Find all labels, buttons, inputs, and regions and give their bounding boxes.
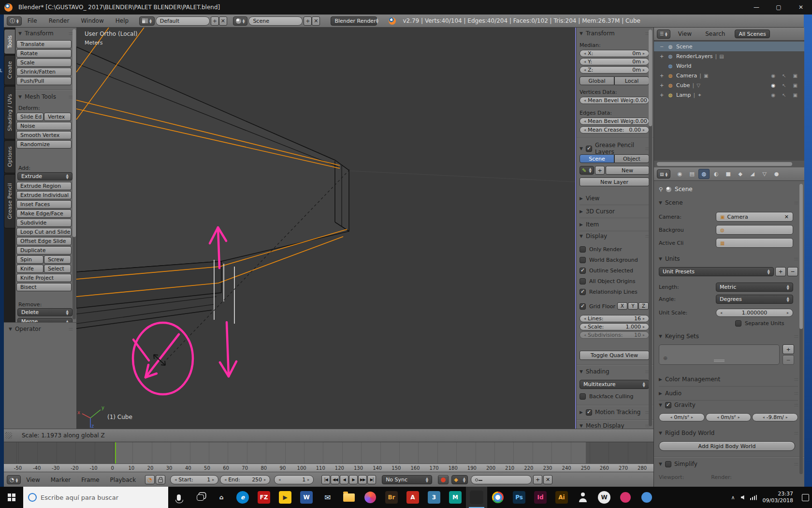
outliner-editor-selector[interactable]: ☰▲▼ (657, 30, 670, 39)
properties-tab-icon[interactable]: ■ (723, 169, 734, 179)
transport-button[interactable]: ◀ (340, 475, 348, 484)
tray-expand-icon[interactable]: ∧ (731, 494, 735, 501)
header-menu-item[interactable]: Help (110, 17, 134, 24)
tool-button[interactable]: Spin (16, 255, 44, 264)
collapsed-section-header[interactable]: ▶Item (580, 218, 649, 231)
network-icon[interactable] (750, 495, 757, 500)
n-panel-scrollbar[interactable] (649, 30, 652, 426)
taskbar-app-icon[interactable]: M (445, 487, 466, 508)
id-field[interactable]: ◍ (716, 225, 793, 235)
gp-new-button[interactable]: New (606, 166, 649, 175)
transport-button[interactable]: ◀◀ (331, 475, 339, 484)
sync-mode-selector[interactable]: No Sync▲▼ (382, 475, 432, 484)
gp-add-button[interactable]: + (595, 166, 605, 175)
taskbar-app-icon[interactable]: Ps (508, 487, 530, 508)
timeline-editor-selector[interactable]: ◔▲▼ (7, 475, 21, 484)
panel-header-scene[interactable]: ▼Scene:::: (659, 199, 798, 206)
orientation-button[interactable]: Local (614, 76, 649, 85)
display-checkbox-row[interactable]: World Background (580, 257, 649, 263)
gp-new-layer-button[interactable]: New Layer (580, 178, 649, 186)
panel-header-grease-pencil[interactable]: ▼ Grease Pencil Layers:::: (580, 142, 649, 155)
taskbar-app-icon[interactable] (466, 487, 487, 508)
edge-data-field[interactable]: ◂Mean Crease:0.00▸ (580, 126, 649, 134)
end-frame-field[interactable]: ◂End: 250▸ (220, 475, 270, 484)
display-checkbox-row[interactable]: Only Render (580, 246, 649, 253)
timeline-frames-area[interactable] (4, 442, 653, 463)
expand-toggle[interactable]: + (660, 54, 667, 59)
tool-button[interactable]: Vertex (44, 113, 71, 121)
unit-presets-selector[interactable]: Unit Presets▲▼ (659, 267, 774, 276)
gravity-checkbox[interactable] (665, 402, 671, 408)
unit-selector[interactable]: Metric▲▼ (716, 283, 793, 292)
selectability-cursor-icon[interactable]: ↖ (782, 92, 786, 98)
taskbar-app-icon[interactable]: A (402, 487, 423, 508)
viewport-3d[interactable]: User Ortho (Local) Meters (1) Cube x y z (76, 28, 576, 429)
tool-button[interactable]: Offset Edge Slide (16, 237, 72, 245)
taskbar-app-icon[interactable]: e (232, 487, 253, 508)
grease-pencil-checkbox[interactable] (586, 146, 592, 152)
maximize-button[interactable]: ▢ (768, 0, 790, 15)
properties-tab-icon[interactable]: ◆ (735, 169, 746, 179)
remove-preset-button[interactable]: − (787, 267, 798, 276)
timeline-menu-item[interactable]: View (21, 477, 45, 483)
gp-source-tab[interactable]: Object (614, 154, 649, 163)
tool-button[interactable]: Bisect (16, 283, 72, 291)
collapsed-section-header[interactable]: ▶3D Cursor (580, 205, 649, 218)
checkbox[interactable] (580, 246, 586, 253)
add-scene-button[interactable]: + (304, 16, 312, 26)
separate-units-row[interactable]: Separate Units (735, 320, 784, 327)
tool-button[interactable]: Smooth Vertex (16, 131, 72, 139)
grid-axis-button[interactable]: Z (638, 302, 649, 310)
editor-type-selector[interactable]: ⓘ▲▼ (7, 16, 22, 26)
lock-time-button[interactable] (156, 475, 165, 484)
taskbar-app-icon[interactable]: Id (530, 487, 551, 508)
timeline-menu-item[interactable]: Frame (76, 477, 104, 483)
remove-keying-set-button[interactable]: − (783, 355, 794, 365)
gravity-axis-field[interactable]: ◂0m/s²▸ (706, 413, 752, 421)
checkbox[interactable] (580, 303, 586, 310)
mean-bevel-weight-field[interactable]: ◂Mean Bevel Weig:0.00▸ (580, 97, 649, 104)
panel-header-transform[interactable]: ▼Transform:::: (580, 30, 649, 37)
median-axis-field[interactable]: ◂X:0m▸ (580, 50, 649, 57)
taskbar-app-icon[interactable] (487, 487, 508, 508)
tool-button[interactable]: Select (44, 265, 71, 273)
taskbar-app-icon[interactable]: ▶ (275, 487, 296, 508)
start-button[interactable] (0, 487, 23, 508)
outliner-row[interactable]: + ◍ Camera |▣ ◉ ↖ ▣ (654, 71, 804, 80)
current-frame-marker[interactable] (115, 442, 116, 463)
gravity-axis-field[interactable]: ◂-9.8m/▸ (752, 413, 798, 421)
tool-button[interactable]: Knife Project (16, 274, 72, 282)
tool-tab-grease-pencil[interactable]: Grease Pencil (4, 174, 15, 228)
renderability-camera-icon[interactable]: ▣ (793, 83, 798, 88)
header-menu-item[interactable]: Render (43, 17, 75, 24)
tool-button[interactable]: Rotate (16, 49, 72, 58)
tool-tab-create[interactable]: Create (4, 55, 15, 85)
renderability-camera-icon[interactable]: ▣ (793, 73, 798, 78)
outliner-filter-selector[interactable]: All Scenes (735, 30, 769, 38)
taskbar-app-icon[interactable] (360, 487, 381, 508)
panel-header-gravity[interactable]: ▼ Gravity:::: (659, 402, 798, 408)
visibility-eye-icon[interactable]: ◉ (771, 73, 775, 78)
renderability-camera-icon[interactable]: ▣ (793, 92, 798, 98)
delete-menu[interactable]: Delete▲▼ (17, 308, 72, 316)
taskbar-app-icon[interactable] (338, 487, 360, 508)
taskbar-app-icon[interactable] (636, 487, 657, 508)
display-field[interactable]: ◂Subdivisions:10▸ (580, 331, 649, 339)
timeline-ruler[interactable]: -50-40-30-20-100102030405060708090100110… (4, 463, 653, 472)
grid-axis-button[interactable]: Y (628, 302, 638, 310)
tool-tab-options[interactable]: Options (4, 140, 15, 173)
outliner-row[interactable]: ◍ World | ◉ ↖ ▣ (654, 61, 804, 71)
median-axis-field[interactable]: ◂Y:0m▸ (580, 58, 649, 65)
insert-keyframes-button[interactable]: + (533, 475, 542, 484)
tool-button[interactable]: Duplicate (16, 246, 72, 254)
display-checkbox-row[interactable]: Outline Selected (580, 268, 649, 274)
record-button[interactable] (438, 475, 449, 484)
taskbar-app-icon[interactable] (168, 487, 189, 508)
tool-button[interactable]: Slide Ed (16, 113, 44, 121)
outliner-row[interactable]: + ◍ Lamp |✦ ◉ ↖ ▣ (654, 90, 804, 100)
taskbar-app-icon[interactable]: Br (381, 487, 402, 508)
checkbox[interactable] (580, 289, 586, 295)
current-frame-field[interactable]: ◂1▸ (274, 475, 314, 484)
visibility-eye-icon[interactable]: ◉ (771, 92, 775, 98)
unit-selector[interactable]: Degrees▲▼ (716, 295, 793, 304)
